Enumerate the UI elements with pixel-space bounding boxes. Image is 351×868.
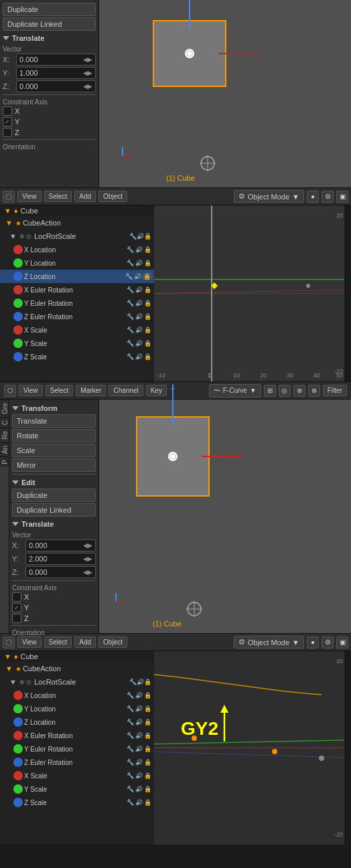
channel-z-euler-b[interactable]: Z Euler Rotation 🔧 🔊 🔒: [0, 756, 154, 769]
mode-select-bottom[interactable]: ⚙ Object Mode ▼: [234, 636, 304, 648]
locrotscale-item-b[interactable]: ▼ ⊕ ◎ LocRotScale 🔧 🔊 🔒: [0, 675, 154, 689]
eye-icon-x-loc-b: [13, 691, 23, 700]
duplicate-button[interactable]: Duplicate: [3, 3, 96, 16]
fc-icon1[interactable]: ⊞: [264, 385, 276, 397]
channel-z-location-top[interactable]: Z Location 🔧 🔊 🔒: [0, 270, 154, 283]
y-arrow-icon: ◀▶: [83, 70, 92, 76]
mode-dropdown-fc[interactable]: 〜 F-Curve ▼: [209, 384, 261, 398]
channel-menu-fc[interactable]: Channel: [109, 385, 143, 396]
duplicate-btn-b[interactable]: Duplicate: [12, 489, 96, 502]
object-menu-top[interactable]: Object: [98, 191, 127, 202]
fcurve-graph-bottom[interactable]: 20 -20 GY2: [154, 651, 344, 845]
z-input[interactable]: 0.000 ◀▶: [16, 80, 96, 92]
view-menu-bottom[interactable]: View: [17, 636, 42, 648]
scrollbar-v-top[interactable]: [344, 205, 351, 381]
bz-field-row: Z: 0.000 ◀▶: [12, 566, 96, 578]
add-menu-top[interactable]: Add: [74, 191, 96, 202]
select-menu-bottom[interactable]: Select: [44, 636, 72, 648]
transform-section: Transform: [12, 402, 96, 414]
channel-x-location-top[interactable]: X Location 🔧 🔊 🔒: [0, 243, 154, 256]
locrotscale-item[interactable]: ▼ ⊕ ◎ LocRotScale 🔧 🔊 🔒: [0, 230, 154, 243]
bx-input[interactable]: 0.000 ◀▶: [25, 539, 96, 551]
filter-btn[interactable]: Filter: [323, 385, 347, 396]
channel-y-scale-top[interactable]: Y Scale 🔧 🔊 🔒: [0, 337, 154, 350]
settings-icon-b[interactable]: ⚙: [322, 636, 334, 648]
object-menu-bottom[interactable]: Object: [98, 636, 127, 648]
constraint-y-checkbox[interactable]: [3, 117, 12, 126]
y-field-row: Y: 1.000 ◀▶: [3, 67, 96, 79]
tab-an[interactable]: An: [0, 442, 9, 456]
channel-x-location-b[interactable]: X Location 🔧 🔊 🔒: [0, 689, 154, 702]
channel-z-euler-top[interactable]: Z Euler Rotation 🔧 🔊 🔒: [0, 310, 154, 323]
constraint-x-checkbox[interactable]: [3, 106, 12, 116]
mode-select-top[interactable]: ⚙ Object Mode ▼: [234, 190, 304, 203]
sphere-icon[interactable]: ●: [307, 191, 319, 203]
key-menu-fc[interactable]: Key: [146, 385, 167, 396]
channel-y-euler-top[interactable]: Y Euler Rotation 🔧 🔊 🔒: [0, 296, 154, 310]
add-menu-bottom[interactable]: Add: [74, 636, 96, 648]
z-label: Z:: [3, 82, 16, 90]
channel-z-location-b[interactable]: Z Location 🔧 🔊 🔒: [0, 715, 154, 729]
by-field-row: Y: 2.000 ◀▶: [12, 553, 96, 565]
render-icon[interactable]: ▣: [336, 191, 348, 203]
tab-p[interactable]: P: [0, 456, 9, 467]
channel-y-location-top[interactable]: Y Location 🔧 🔊 🔒: [0, 256, 154, 270]
bz-input[interactable]: 0.000 ◀▶: [25, 566, 96, 578]
view-menu-top[interactable]: View: [17, 191, 42, 202]
cube-action-item-b[interactable]: ▼ ★ CubeAction: [0, 662, 154, 675]
triangle-icon: [3, 36, 9, 40]
svg-point-13: [306, 284, 310, 288]
duplicate-linked-btn-b[interactable]: Duplicate Linked: [12, 503, 96, 517]
channel-y-location-b[interactable]: Y Location 🔧 🔊 🔒: [0, 702, 154, 715]
x-input[interactable]: 0.000 ◀▶: [16, 54, 96, 66]
tab-re[interactable]: Re: [0, 428, 9, 442]
channel-x-scale-b[interactable]: X Scale 🔧 🔊 🔒: [0, 769, 154, 782]
rotate-btn[interactable]: Rotate: [12, 429, 96, 442]
marker-menu-fc[interactable]: Marker: [76, 385, 106, 396]
settings-icon[interactable]: ⚙: [322, 191, 334, 203]
crosshair: [200, 155, 216, 173]
sphere-icon-b[interactable]: ●: [307, 636, 319, 648]
mirror-btn[interactable]: Mirror: [12, 458, 96, 472]
channel-x-scale-top[interactable]: X Scale 🔧 🔊 🔒: [0, 323, 154, 337]
crosshair-bottom: [186, 601, 202, 618]
fc-icon4[interactable]: ⊗: [308, 385, 320, 397]
vector-label: Vector: [3, 44, 96, 54]
fc-icon3[interactable]: ⊕: [293, 385, 305, 397]
scrollbar-v-bottom[interactable]: [344, 651, 351, 845]
constraint-z-checkbox[interactable]: [3, 128, 12, 137]
bconstraint-x-checkbox[interactable]: [12, 592, 21, 602]
bconstraint-z-checkbox[interactable]: [12, 614, 21, 623]
view-menu-fc[interactable]: View: [19, 385, 43, 396]
fcurve-graph-top[interactable]: 20 -20 1 -10 0 10: [154, 205, 344, 381]
translate-btn[interactable]: Translate: [12, 414, 96, 428]
svg-marker-19: [236, 455, 242, 458]
channel-name: Y Location: [24, 260, 127, 267]
y-input[interactable]: 1.000 ◀▶: [16, 67, 96, 79]
channel-x-euler-b[interactable]: X Euler Rotation 🔧 🔊 🔒: [0, 729, 154, 742]
bconstraint-y-checkbox[interactable]: [12, 603, 21, 612]
channel-z-scale-b[interactable]: Z Scale 🔧 🔊 🔒: [0, 796, 154, 809]
channel-y-scale-b[interactable]: Y Scale 🔧 🔊 🔒: [0, 782, 154, 796]
by-input[interactable]: 2.000 ◀▶: [25, 553, 96, 565]
channel-name: Z Euler Rotation: [24, 313, 127, 321]
cube-action-item[interactable]: ▼ ★ CubeAction: [0, 216, 154, 230]
viewport-bottom[interactable]: (1) Cube: [99, 400, 351, 633]
select-menu-top[interactable]: Select: [44, 191, 72, 202]
scale-btn[interactable]: Scale: [12, 444, 96, 457]
cube-box: [153, 20, 226, 87]
channel-z-scale-top[interactable]: Z Scale 🔧 🔊 🔒: [0, 350, 154, 363]
channel-y-euler-b[interactable]: Y Euler Rotation 🔧 🔊 🔒: [0, 742, 154, 756]
viewport-top[interactable]: (1) Cube: [99, 0, 351, 187]
channel-x-euler-top[interactable]: X Euler Rotation 🔧 🔊 🔒: [0, 283, 154, 296]
duplicate-linked-button[interactable]: Duplicate Linked: [3, 17, 96, 31]
x-40: 40: [313, 372, 320, 379]
constraint-z-row: Z: [3, 128, 96, 137]
tab-c[interactable]: C: [0, 417, 9, 428]
fcurve-svg-bottom: [154, 651, 344, 845]
origin-dot: [185, 49, 194, 58]
fc-icon2[interactable]: ◎: [279, 385, 291, 397]
select-menu-fc[interactable]: Select: [46, 385, 74, 396]
render-icon-b[interactable]: ▣: [336, 636, 348, 648]
tab-gre[interactable]: Gre: [0, 400, 9, 417]
